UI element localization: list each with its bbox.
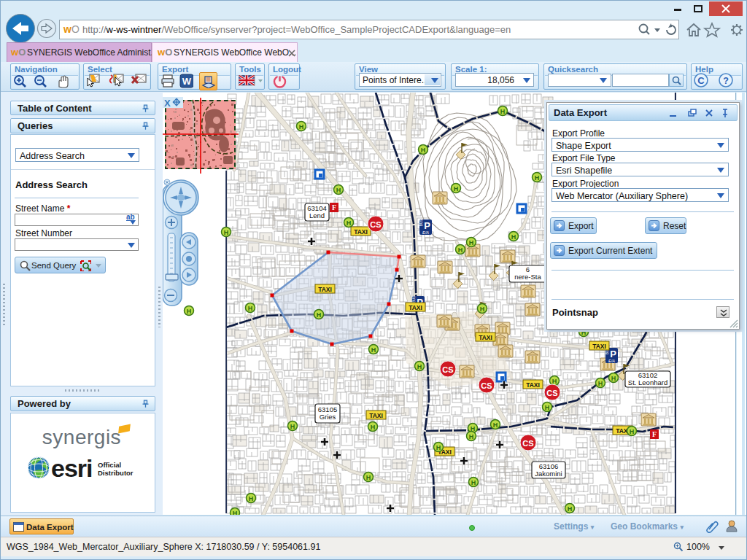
svg-text:Gries: Gries <box>320 413 336 421</box>
svg-text:?: ? <box>723 76 729 86</box>
svg-text:W: W <box>182 76 192 87</box>
svg-text:X: X <box>164 98 171 109</box>
svg-text:Jakomini: Jakomini <box>535 470 562 478</box>
svg-text:nere-Sta: nere-Sta <box>514 273 541 281</box>
svg-text:St. Leonhard: St. Leonhard <box>628 378 667 386</box>
svg-text:C: C <box>697 75 705 86</box>
svg-text:Lend: Lend <box>309 211 325 219</box>
